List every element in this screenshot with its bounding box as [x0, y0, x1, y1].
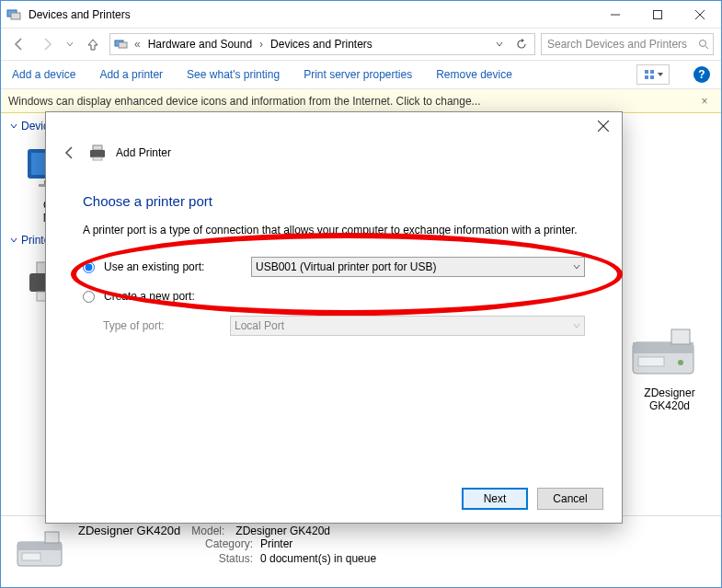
minimize-button[interactable] — [594, 1, 636, 29]
dialog-description: A printer port is a type of connection t… — [83, 224, 585, 236]
search-icon[interactable] — [698, 39, 709, 50]
view-options-button[interactable] — [636, 64, 670, 85]
details-pane: ZDesigner GK420d Model: ZDesigner GK420d… — [1, 515, 721, 587]
svg-point-8 — [700, 40, 706, 47]
nav-forward-button[interactable] — [36, 33, 58, 55]
chevron-down-icon — [573, 263, 580, 271]
close-button[interactable] — [679, 1, 721, 29]
dialog-button-row: Next Cancel — [462, 488, 603, 510]
printer-label-zdesigner: ZDesignerGK420d — [627, 386, 712, 412]
breadcrumb-level2[interactable]: Devices and Printers — [269, 38, 374, 51]
svg-rect-29 — [22, 553, 40, 560]
refresh-button[interactable] — [512, 35, 531, 53]
details-model-value: ZDesigner GK420d — [235, 525, 330, 537]
details-category-value: Printer — [260, 537, 376, 550]
nav-back-button[interactable] — [8, 33, 30, 55]
svg-rect-34 — [93, 157, 102, 160]
svg-rect-28 — [45, 532, 59, 543]
cmd-add-device[interactable]: Add a device — [12, 68, 75, 81]
cmd-print-server-properties[interactable]: Print server properties — [304, 68, 412, 81]
svg-rect-33 — [90, 150, 105, 157]
search-input[interactable] — [545, 37, 698, 52]
radio-use-existing-port[interactable] — [83, 261, 95, 273]
address-dropdown-button[interactable] — [490, 35, 509, 53]
cmd-add-printer[interactable]: Add a printer — [99, 68, 163, 81]
radio-create-new-port[interactable] — [83, 291, 95, 303]
search-box[interactable] — [541, 33, 714, 55]
breadcrumb-sep-icon: « — [132, 38, 143, 51]
details-printer-icon — [12, 524, 67, 579]
details-model-key: Model: — [191, 525, 224, 537]
nav-up-button[interactable] — [82, 33, 104, 55]
cmd-see-printing[interactable]: See what's printing — [187, 68, 280, 81]
existing-port-select[interactable]: USB001 (Virtual printer port for USB) — [251, 257, 585, 277]
address-bar[interactable]: « Hardware and Sound › Devices and Print… — [109, 33, 535, 55]
dialog-heading: Choose a printer port — [83, 193, 585, 209]
dialog-close-button[interactable] — [585, 113, 622, 139]
label-printer-icon — [627, 326, 712, 383]
breadcrumb-root-icon — [114, 38, 129, 51]
dialog-caption: Add Printer — [116, 146, 171, 159]
nav-row: « Hardware and Sound › Devices and Print… — [1, 29, 721, 60]
svg-rect-11 — [650, 70, 654, 74]
command-bar: Add a device Add a printer See what's pr… — [1, 60, 721, 89]
existing-port-value: USB001 (Virtual printer port for USB) — [256, 260, 437, 273]
label-create-new-port[interactable]: Create a new port: — [104, 290, 242, 303]
details-category-key: Category: — [189, 537, 253, 550]
label-use-existing-port[interactable]: Use an existing port: — [104, 260, 242, 273]
details-device-name: ZDesigner GK420d — [78, 524, 180, 537]
titlebar: Devices and Printers — [1, 1, 721, 29]
cmd-remove-device[interactable]: Remove device — [436, 68, 512, 81]
dialog-back-button[interactable] — [61, 144, 79, 162]
cancel-button[interactable]: Cancel — [537, 488, 603, 510]
svg-rect-1 — [11, 13, 20, 19]
devices-and-printers-window: Devices and Printers « Hardware and Soun… — [0, 0, 722, 588]
breadcrumb-level1[interactable]: Hardware and Sound — [146, 38, 254, 51]
details-status-value: 0 document(s) in queue — [260, 552, 376, 565]
next-button[interactable]: Next — [462, 488, 528, 510]
printer-icon — [88, 144, 107, 161]
dialog-titlebar — [46, 112, 622, 140]
label-type-of-port: Type of port: — [83, 319, 221, 332]
svg-rect-13 — [650, 75, 654, 79]
svg-rect-10 — [645, 70, 648, 74]
dialog-header: Add Printer — [46, 140, 622, 171]
help-button[interactable]: ? — [693, 66, 710, 83]
details-status-key: Status: — [189, 552, 253, 565]
svg-rect-32 — [93, 145, 102, 150]
svg-line-9 — [705, 46, 708, 49]
svg-rect-24 — [638, 357, 664, 366]
svg-rect-23 — [671, 329, 690, 344]
svg-point-25 — [678, 360, 683, 365]
maximize-button[interactable] — [636, 1, 679, 29]
app-icon — [6, 7, 21, 22]
info-bar-text: Windows can display enhanced device icon… — [8, 95, 481, 108]
svg-rect-3 — [654, 10, 662, 18]
port-type-value: Local Port — [235, 319, 284, 332]
dialog-body: Choose a printer port A printer port is … — [46, 171, 622, 336]
add-printer-dialog: Add Printer Choose a printer port A prin… — [45, 111, 623, 524]
printer-tile-zdesigner[interactable]: ZDesignerGK420d — [627, 326, 712, 412]
chevron-right-icon[interactable]: › — [258, 38, 265, 51]
info-bar[interactable]: Windows can display enhanced device icon… — [1, 89, 721, 113]
window-title: Devices and Printers — [29, 8, 131, 21]
chevron-down-icon — [10, 236, 17, 244]
nav-history-dropdown[interactable] — [63, 33, 76, 55]
info-bar-close[interactable]: × — [695, 95, 714, 108]
chevron-down-icon — [10, 122, 17, 130]
svg-rect-7 — [119, 42, 127, 48]
port-type-select: Local Port — [230, 316, 585, 336]
chevron-down-icon — [573, 322, 580, 329]
svg-rect-12 — [645, 75, 648, 79]
